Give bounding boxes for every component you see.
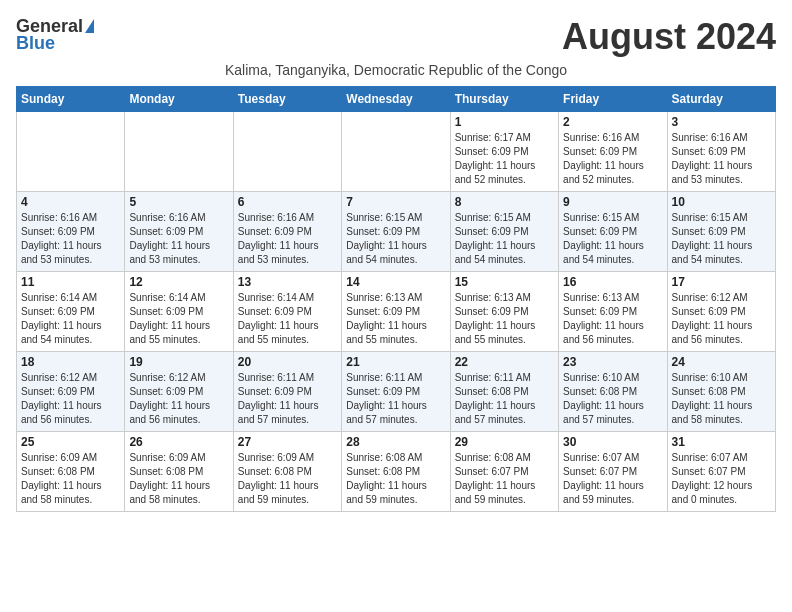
table-row: 8Sunrise: 6:15 AMSunset: 6:09 PMDaylight… xyxy=(450,192,558,272)
table-row: 12Sunrise: 6:14 AMSunset: 6:09 PMDayligh… xyxy=(125,272,233,352)
table-row xyxy=(233,112,341,192)
table-row: 17Sunrise: 6:12 AMSunset: 6:09 PMDayligh… xyxy=(667,272,775,352)
table-row: 27Sunrise: 6:09 AMSunset: 6:08 PMDayligh… xyxy=(233,432,341,512)
calendar-week-row: 25Sunrise: 6:09 AMSunset: 6:08 PMDayligh… xyxy=(17,432,776,512)
day-number: 21 xyxy=(346,355,445,369)
day-number: 12 xyxy=(129,275,228,289)
day-info: Sunrise: 6:14 AMSunset: 6:09 PMDaylight:… xyxy=(21,291,120,347)
col-friday: Friday xyxy=(559,87,667,112)
table-row: 16Sunrise: 6:13 AMSunset: 6:09 PMDayligh… xyxy=(559,272,667,352)
day-number: 28 xyxy=(346,435,445,449)
table-row: 2Sunrise: 6:16 AMSunset: 6:09 PMDaylight… xyxy=(559,112,667,192)
table-row xyxy=(342,112,450,192)
day-number: 30 xyxy=(563,435,662,449)
day-info: Sunrise: 6:13 AMSunset: 6:09 PMDaylight:… xyxy=(455,291,554,347)
table-row: 28Sunrise: 6:08 AMSunset: 6:08 PMDayligh… xyxy=(342,432,450,512)
table-row: 31Sunrise: 6:07 AMSunset: 6:07 PMDayligh… xyxy=(667,432,775,512)
table-row xyxy=(125,112,233,192)
table-row: 20Sunrise: 6:11 AMSunset: 6:09 PMDayligh… xyxy=(233,352,341,432)
page-header: General Blue August 2024 xyxy=(16,16,776,58)
day-info: Sunrise: 6:15 AMSunset: 6:09 PMDaylight:… xyxy=(563,211,662,267)
day-number: 26 xyxy=(129,435,228,449)
table-row: 21Sunrise: 6:11 AMSunset: 6:09 PMDayligh… xyxy=(342,352,450,432)
day-info: Sunrise: 6:11 AMSunset: 6:09 PMDaylight:… xyxy=(346,371,445,427)
table-row: 4Sunrise: 6:16 AMSunset: 6:09 PMDaylight… xyxy=(17,192,125,272)
day-number: 31 xyxy=(672,435,771,449)
table-row: 9Sunrise: 6:15 AMSunset: 6:09 PMDaylight… xyxy=(559,192,667,272)
day-info: Sunrise: 6:16 AMSunset: 6:09 PMDaylight:… xyxy=(672,131,771,187)
day-info: Sunrise: 6:16 AMSunset: 6:09 PMDaylight:… xyxy=(563,131,662,187)
day-number: 6 xyxy=(238,195,337,209)
table-row: 11Sunrise: 6:14 AMSunset: 6:09 PMDayligh… xyxy=(17,272,125,352)
day-info: Sunrise: 6:14 AMSunset: 6:09 PMDaylight:… xyxy=(238,291,337,347)
day-info: Sunrise: 6:08 AMSunset: 6:07 PMDaylight:… xyxy=(455,451,554,507)
day-info: Sunrise: 6:11 AMSunset: 6:08 PMDaylight:… xyxy=(455,371,554,427)
table-row xyxy=(17,112,125,192)
day-number: 11 xyxy=(21,275,120,289)
day-number: 14 xyxy=(346,275,445,289)
table-row: 6Sunrise: 6:16 AMSunset: 6:09 PMDaylight… xyxy=(233,192,341,272)
day-info: Sunrise: 6:16 AMSunset: 6:09 PMDaylight:… xyxy=(21,211,120,267)
day-info: Sunrise: 6:13 AMSunset: 6:09 PMDaylight:… xyxy=(346,291,445,347)
table-row: 3Sunrise: 6:16 AMSunset: 6:09 PMDaylight… xyxy=(667,112,775,192)
table-row: 5Sunrise: 6:16 AMSunset: 6:09 PMDaylight… xyxy=(125,192,233,272)
day-number: 19 xyxy=(129,355,228,369)
col-sunday: Sunday xyxy=(17,87,125,112)
table-row: 25Sunrise: 6:09 AMSunset: 6:08 PMDayligh… xyxy=(17,432,125,512)
calendar-week-row: 1Sunrise: 6:17 AMSunset: 6:09 PMDaylight… xyxy=(17,112,776,192)
day-info: Sunrise: 6:15 AMSunset: 6:09 PMDaylight:… xyxy=(455,211,554,267)
day-info: Sunrise: 6:12 AMSunset: 6:09 PMDaylight:… xyxy=(21,371,120,427)
day-info: Sunrise: 6:15 AMSunset: 6:09 PMDaylight:… xyxy=(672,211,771,267)
calendar-subtitle: Kalima, Tanganyika, Democratic Republic … xyxy=(16,62,776,78)
table-row: 18Sunrise: 6:12 AMSunset: 6:09 PMDayligh… xyxy=(17,352,125,432)
day-number: 5 xyxy=(129,195,228,209)
logo-triangle-icon xyxy=(85,19,94,33)
col-monday: Monday xyxy=(125,87,233,112)
table-row: 22Sunrise: 6:11 AMSunset: 6:08 PMDayligh… xyxy=(450,352,558,432)
table-row: 24Sunrise: 6:10 AMSunset: 6:08 PMDayligh… xyxy=(667,352,775,432)
table-row: 15Sunrise: 6:13 AMSunset: 6:09 PMDayligh… xyxy=(450,272,558,352)
logo: General Blue xyxy=(16,16,94,54)
day-info: Sunrise: 6:16 AMSunset: 6:09 PMDaylight:… xyxy=(238,211,337,267)
calendar-header-row: Sunday Monday Tuesday Wednesday Thursday… xyxy=(17,87,776,112)
col-wednesday: Wednesday xyxy=(342,87,450,112)
table-row: 26Sunrise: 6:09 AMSunset: 6:08 PMDayligh… xyxy=(125,432,233,512)
table-row: 10Sunrise: 6:15 AMSunset: 6:09 PMDayligh… xyxy=(667,192,775,272)
day-info: Sunrise: 6:10 AMSunset: 6:08 PMDaylight:… xyxy=(563,371,662,427)
day-info: Sunrise: 6:16 AMSunset: 6:09 PMDaylight:… xyxy=(129,211,228,267)
calendar-week-row: 18Sunrise: 6:12 AMSunset: 6:09 PMDayligh… xyxy=(17,352,776,432)
table-row: 29Sunrise: 6:08 AMSunset: 6:07 PMDayligh… xyxy=(450,432,558,512)
col-tuesday: Tuesday xyxy=(233,87,341,112)
day-number: 8 xyxy=(455,195,554,209)
day-number: 16 xyxy=(563,275,662,289)
day-number: 20 xyxy=(238,355,337,369)
logo-blue-text: Blue xyxy=(16,33,55,54)
calendar-week-row: 11Sunrise: 6:14 AMSunset: 6:09 PMDayligh… xyxy=(17,272,776,352)
table-row: 19Sunrise: 6:12 AMSunset: 6:09 PMDayligh… xyxy=(125,352,233,432)
col-saturday: Saturday xyxy=(667,87,775,112)
day-number: 2 xyxy=(563,115,662,129)
day-info: Sunrise: 6:08 AMSunset: 6:08 PMDaylight:… xyxy=(346,451,445,507)
table-row: 13Sunrise: 6:14 AMSunset: 6:09 PMDayligh… xyxy=(233,272,341,352)
calendar-week-row: 4Sunrise: 6:16 AMSunset: 6:09 PMDaylight… xyxy=(17,192,776,272)
day-info: Sunrise: 6:09 AMSunset: 6:08 PMDaylight:… xyxy=(129,451,228,507)
day-number: 23 xyxy=(563,355,662,369)
day-number: 15 xyxy=(455,275,554,289)
day-info: Sunrise: 6:15 AMSunset: 6:09 PMDaylight:… xyxy=(346,211,445,267)
day-number: 22 xyxy=(455,355,554,369)
col-thursday: Thursday xyxy=(450,87,558,112)
day-info: Sunrise: 6:13 AMSunset: 6:09 PMDaylight:… xyxy=(563,291,662,347)
day-number: 7 xyxy=(346,195,445,209)
table-row: 1Sunrise: 6:17 AMSunset: 6:09 PMDaylight… xyxy=(450,112,558,192)
table-row: 14Sunrise: 6:13 AMSunset: 6:09 PMDayligh… xyxy=(342,272,450,352)
day-info: Sunrise: 6:17 AMSunset: 6:09 PMDaylight:… xyxy=(455,131,554,187)
day-number: 17 xyxy=(672,275,771,289)
day-number: 18 xyxy=(21,355,120,369)
day-info: Sunrise: 6:12 AMSunset: 6:09 PMDaylight:… xyxy=(129,371,228,427)
day-number: 29 xyxy=(455,435,554,449)
table-row: 30Sunrise: 6:07 AMSunset: 6:07 PMDayligh… xyxy=(559,432,667,512)
day-number: 13 xyxy=(238,275,337,289)
day-number: 9 xyxy=(563,195,662,209)
table-row: 23Sunrise: 6:10 AMSunset: 6:08 PMDayligh… xyxy=(559,352,667,432)
month-title: August 2024 xyxy=(562,16,776,58)
